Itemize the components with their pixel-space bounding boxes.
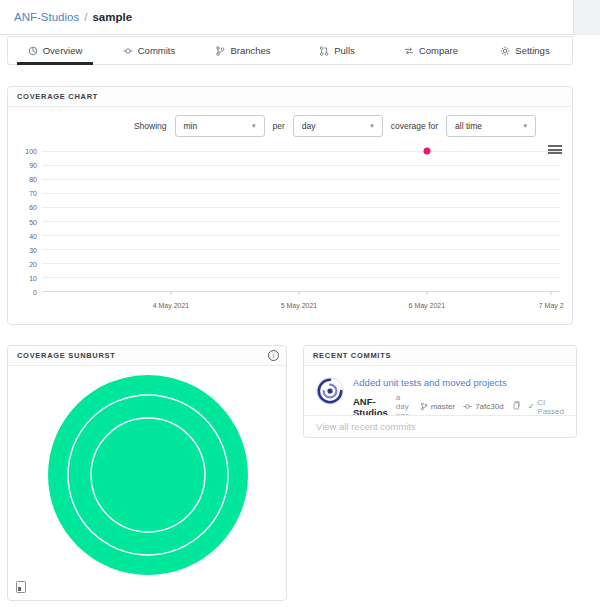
- axis-tick: [170, 291, 171, 295]
- recent-commits-header: RECENT COMMITS: [304, 346, 576, 366]
- y-axis-tick-label: 0: [33, 289, 37, 296]
- coverage-chart-panel: COVERAGE CHART Showing min ▾ per day ▾ c…: [7, 86, 573, 325]
- check-icon: ✓: [528, 402, 535, 411]
- chevron-down-icon: ▾: [370, 122, 374, 130]
- tab-settings[interactable]: Settings: [478, 37, 572, 64]
- gridline: [42, 235, 560, 236]
- panel-title: COVERAGE SUNBURST: [17, 351, 116, 360]
- chart-watermark-icon[interactable]: [16, 581, 26, 593]
- branch-name: master: [431, 402, 455, 411]
- y-axis-tick-label: 70: [29, 190, 37, 197]
- repo-name: sample: [92, 11, 132, 23]
- interval-select[interactable]: day ▾: [293, 115, 383, 137]
- branch-icon: [215, 46, 225, 56]
- gridline: [42, 179, 560, 180]
- tab-label: Overview: [43, 45, 83, 56]
- metric-select-value: min: [184, 121, 198, 131]
- tab-pulls[interactable]: Pulls: [290, 37, 384, 64]
- info-icon[interactable]: i: [268, 350, 279, 361]
- coverage-sunburst-header: COVERAGE SUNBURST i: [8, 346, 286, 366]
- tab-commits[interactable]: Commits: [102, 37, 196, 64]
- y-axis-tick-label: 80: [29, 176, 37, 183]
- commit-message-link[interactable]: Added unit tests and moved projects: [353, 377, 564, 388]
- tab-branches[interactable]: Branches: [196, 37, 290, 64]
- breadcrumb-separator: /: [84, 11, 87, 23]
- y-axis-tick-label: 100: [25, 148, 37, 155]
- metric-select[interactable]: min ▾: [175, 115, 265, 137]
- ci-status-badge[interactable]: ✓ CI Passed: [528, 398, 564, 416]
- view-all-commits-link[interactable]: View all recent commits: [304, 415, 576, 437]
- chart-filter-controls: Showing min ▾ per day ▾ coverage for all…: [8, 115, 572, 137]
- top-header-bar: ANF-Studios / sample: [0, 0, 600, 35]
- coverage-chart-header: COVERAGE CHART: [8, 87, 572, 107]
- axis-tick: [298, 291, 299, 295]
- chart-menu-icon[interactable]: [548, 145, 562, 154]
- panel-title: RECENT COMMITS: [313, 351, 391, 360]
- y-axis-tick-label: 90: [29, 162, 37, 169]
- range-select[interactable]: all time ▾: [446, 115, 536, 137]
- gridline: [42, 151, 560, 152]
- sunburst-ring[interactable]: [48, 375, 248, 575]
- sunburst-body: [8, 365, 286, 600]
- coverage-line-chart: 1009080706050403020100 4 May 20215 May 2…: [12, 137, 564, 320]
- commit-icon: [463, 402, 472, 411]
- coverage-for-label: coverage for: [391, 121, 438, 131]
- tab-label: Commits: [138, 45, 175, 56]
- gridline: [42, 277, 560, 278]
- tab-label: Pulls: [334, 45, 355, 56]
- tab-compare[interactable]: Compare: [384, 37, 478, 64]
- commit-hash[interactable]: 7afc30d: [463, 402, 503, 411]
- y-axis-tick-label: 30: [29, 246, 37, 253]
- per-label: per: [273, 121, 285, 131]
- commit-icon: [123, 46, 133, 56]
- y-axis-tick-label: 20: [29, 260, 37, 267]
- coverage-sunburst-panel: COVERAGE SUNBURST i: [7, 345, 287, 601]
- y-axis-labels: 1009080706050403020100: [12, 151, 37, 292]
- tab-label: Settings: [515, 45, 549, 56]
- plot-area: [42, 151, 560, 292]
- interval-select-value: day: [302, 121, 316, 131]
- repo-breadcrumb: ANF-Studios / sample: [0, 0, 574, 35]
- y-axis-tick-label: 50: [29, 218, 37, 225]
- commit-hash-text: 7afc30d: [475, 402, 503, 411]
- branch-icon: [420, 402, 428, 411]
- x-axis-tick-label: 5 May 2021: [281, 302, 318, 309]
- tab-label: Compare: [419, 45, 458, 56]
- chevron-down-icon: ▾: [524, 122, 528, 130]
- gear-icon: [500, 46, 510, 56]
- panel-title: COVERAGE CHART: [17, 92, 98, 101]
- avatar[interactable]: [316, 377, 344, 420]
- x-axis-tick-label: 4 May 2021: [153, 302, 190, 309]
- gridline: [42, 165, 560, 166]
- repo-tabs: Overview Commits Branches Pulls: [7, 36, 573, 65]
- gridline: [42, 249, 560, 250]
- x-axis-tick-label: 6 May 2021: [409, 302, 446, 309]
- axis-tick: [426, 291, 427, 295]
- recent-commits-panel: RECENT COMMITS Added unit tests and move…: [303, 345, 577, 438]
- sunburst-chart[interactable]: [8, 365, 286, 600]
- gridline: [42, 221, 560, 222]
- showing-label: Showing: [134, 121, 167, 131]
- copy-icon[interactable]: [512, 401, 520, 412]
- x-axis-tick-label: 7 May 2: [539, 302, 564, 309]
- pull-request-icon: [319, 46, 329, 56]
- tab-overview[interactable]: Overview: [8, 37, 102, 64]
- gridline: [42, 193, 560, 194]
- overview-icon: [28, 46, 38, 56]
- commit-details: Added unit tests and moved projects ANF-…: [353, 377, 564, 420]
- chevron-down-icon: ▾: [252, 122, 256, 130]
- y-axis-tick-label: 40: [29, 232, 37, 239]
- commit-branch[interactable]: master: [420, 402, 455, 411]
- range-select-value: all time: [455, 121, 482, 131]
- data-point[interactable]: [423, 148, 430, 155]
- repo-owner-link[interactable]: ANF-Studios: [14, 11, 79, 23]
- axis-tick: [551, 291, 552, 295]
- y-axis-tick-label: 60: [29, 204, 37, 211]
- compare-icon: [404, 46, 414, 56]
- gridline: [42, 263, 560, 264]
- ci-status-text: CI Passed: [537, 398, 564, 416]
- tab-label: Branches: [230, 45, 270, 56]
- gridline: [42, 207, 560, 208]
- x-axis-labels: 4 May 20215 May 20216 May 20217 May 2: [42, 302, 560, 312]
- y-axis-tick-label: 10: [29, 274, 37, 281]
